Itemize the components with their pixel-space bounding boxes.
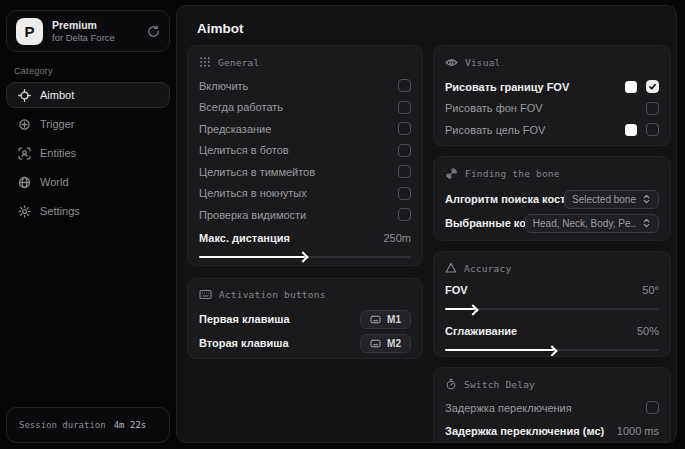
- visual-row: Рисовать фон FOV: [445, 98, 659, 120]
- crosshair-icon: [18, 89, 31, 102]
- switch-delay-slider: Задержка переключения (мс) 1000 ms: [445, 422, 659, 444]
- slider-value: 250m: [383, 232, 411, 244]
- panel-switch-header: Switch Delay: [445, 378, 659, 390]
- slider-label: Сглаживание: [445, 325, 637, 337]
- slider-fill[interactable]: [445, 308, 475, 310]
- sidebar-item-entities[interactable]: Entities: [6, 140, 170, 166]
- keybind-value: M2: [387, 338, 401, 349]
- sidebar-item-label: Aimbot: [40, 89, 74, 101]
- slider-value: 50%: [637, 325, 659, 337]
- keybind-row: Первая клавиша M1: [199, 307, 411, 331]
- updown-chevrons-icon: [642, 218, 651, 228]
- keybind-button-m1[interactable]: M1: [360, 310, 411, 329]
- toggle-checkbox[interactable]: [646, 102, 659, 115]
- updown-chevrons-icon: [642, 194, 651, 204]
- sync-icon[interactable]: [147, 25, 160, 38]
- slider-track[interactable]: [445, 308, 659, 310]
- panel-title: Visual: [465, 57, 501, 68]
- toggle-label: Всегда работать: [199, 101, 398, 113]
- toggle-row: Целиться в тиммейтов: [199, 161, 411, 183]
- panel-title: General: [218, 57, 259, 68]
- slider-track[interactable]: [445, 349, 659, 351]
- slider-value: 1000 ms: [617, 425, 659, 437]
- brand-logo: P: [16, 18, 43, 45]
- toggle-checkbox[interactable]: [398, 208, 411, 221]
- globe-icon: [18, 176, 31, 189]
- stopwatch-icon: [445, 378, 457, 390]
- session-duration: Session duration 4m 22s: [6, 407, 170, 443]
- slider-fill[interactable]: [445, 349, 554, 351]
- mouse-key-icon: [370, 339, 381, 348]
- keyboard-icon: [199, 289, 212, 300]
- panel-title: Accuracy: [464, 263, 511, 274]
- brand-title: Premium: [52, 19, 138, 32]
- panel-bone-header: Finding the bone: [445, 167, 659, 180]
- slider-label: Макс. дистанция: [199, 232, 383, 244]
- sidebar-nav: Aimbot Trigger Entities: [6, 82, 170, 224]
- panel-accuracy-header: Accuracy: [445, 262, 659, 274]
- panel-title: Switch Delay: [464, 379, 535, 390]
- select-value: Selected bone: [572, 194, 636, 205]
- panel-accuracy: Accuracy FOV 50° Сглаживание 50%: [433, 251, 671, 357]
- keybind-label: Вторая клавиша: [199, 337, 360, 349]
- color-swatch[interactable]: [625, 81, 637, 93]
- slider-fill[interactable]: [199, 256, 305, 258]
- toggle-checkbox[interactable]: [398, 122, 411, 135]
- visual-label: Рисовать границу FOV: [445, 81, 625, 93]
- page-title: Aimbot: [197, 21, 244, 36]
- sidebar-item-world[interactable]: World: [6, 169, 170, 195]
- smoothing-slider: Сглаживание 50%: [445, 322, 659, 351]
- toggle-checkbox[interactable]: [398, 165, 411, 178]
- toggle-checkbox[interactable]: [646, 401, 659, 414]
- slider-label: FOV: [445, 284, 642, 296]
- color-swatch[interactable]: [625, 124, 637, 136]
- selected-bones-label: Выбранные кос: [445, 217, 525, 229]
- toggle-checkbox[interactable]: [646, 123, 659, 136]
- slider-value: 50°: [642, 284, 659, 296]
- panel-activation-header: Activation buttons: [199, 289, 411, 300]
- toggle-checkbox[interactable]: [398, 101, 411, 114]
- toggle-checkbox[interactable]: [398, 187, 411, 200]
- max-distance-slider: Макс. дистанция 250m: [199, 229, 411, 258]
- bone-algorithm-select[interactable]: Selected bone: [564, 190, 659, 209]
- toggle-checkbox[interactable]: [646, 80, 659, 93]
- category-label: Category: [14, 66, 170, 76]
- sidebar-item-settings[interactable]: Settings: [6, 198, 170, 224]
- selected-bones-select[interactable]: Head, Neck, Body, Pe..: [525, 214, 659, 233]
- keybind-row: Вторая клавиша M2: [199, 331, 411, 355]
- toggle-row: Всегда работать: [199, 97, 411, 119]
- sidebar-item-trigger[interactable]: Trigger: [6, 111, 170, 137]
- toggle-row: Целиться в нокнутых: [199, 183, 411, 205]
- slider-track[interactable]: [199, 256, 411, 258]
- sidebar-item-label: World: [40, 176, 69, 188]
- toggle-label: Проверка видимости: [199, 209, 398, 221]
- toggle-row: Целиться в ботов: [199, 140, 411, 162]
- bone-icon: [445, 167, 458, 180]
- panel-title: Activation buttons: [219, 289, 326, 300]
- eye-icon: [445, 56, 458, 69]
- session-duration-label: Session duration: [19, 420, 106, 430]
- keybind-button-m2[interactable]: M2: [360, 334, 411, 353]
- brand-card: P Premium for Delta Force: [6, 10, 170, 52]
- bone-row: Алгоритм поиска кост Selected bone: [445, 187, 659, 211]
- toggle-checkbox[interactable]: [398, 144, 411, 157]
- panel-finding-the-bone: Finding the bone Алгоритм поиска кост Se…: [433, 156, 671, 241]
- toggle-row: Проверка видимости: [199, 204, 411, 226]
- brand-subtitle: for Delta Force: [52, 32, 138, 44]
- visual-row: Рисовать границу FOV: [445, 76, 659, 98]
- toggle-row: Предсказание: [199, 118, 411, 140]
- visual-label: Рисовать цель FOV: [445, 124, 625, 136]
- main-panel: Aimbot General Включить Всегда работать …: [176, 5, 677, 443]
- toggle-label: Целиться в ботов: [199, 144, 398, 156]
- toggle-checkbox[interactable]: [398, 79, 411, 92]
- toggle-label: Предсказание: [199, 123, 398, 135]
- sidebar-item-aimbot[interactable]: Aimbot: [6, 82, 170, 108]
- sidebar-item-label: Entities: [40, 147, 76, 159]
- triangle-icon: [445, 262, 457, 274]
- panel-general-header: General: [199, 56, 411, 68]
- panel-activation-buttons: Activation buttons Первая клавиша M1 Вто…: [187, 278, 423, 359]
- toggle-label: Целиться в тиммейтов: [199, 166, 398, 178]
- entities-scan-icon: [18, 147, 31, 160]
- panel-title: Finding the bone: [465, 168, 560, 179]
- panel-switch-delay: Switch Delay Задержка переключения Задер…: [433, 367, 671, 443]
